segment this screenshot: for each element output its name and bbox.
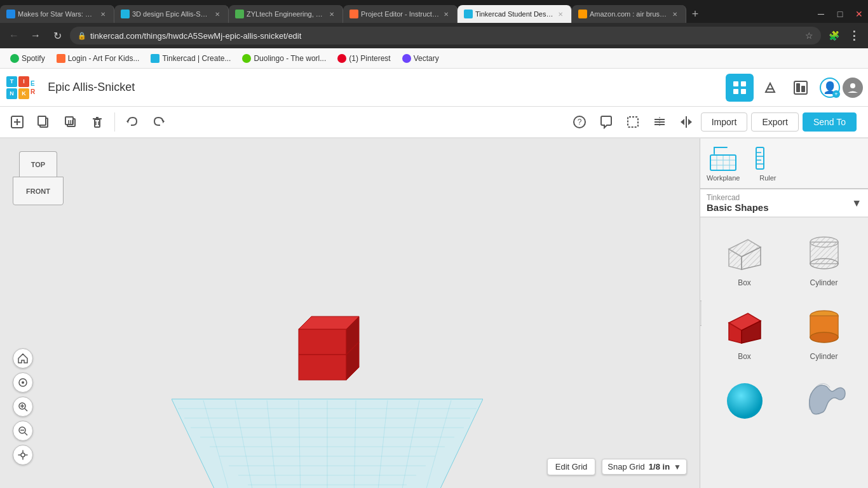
bookmark-tinkercad[interactable]: Tinkercad | Create...: [146, 52, 236, 65]
bookmark-duolingo[interactable]: Duolingo - The worl...: [237, 52, 331, 65]
fit-view-button[interactable]: [13, 372, 33, 393]
shapes-name-label: Basic Shapes: [707, 202, 851, 213]
close-button[interactable]: ✕: [850, 5, 868, 23]
bookmark-label-duolingo: Duolingo - The worl...: [254, 54, 326, 63]
mirror-button[interactable]: [674, 110, 698, 134]
shape-cylinder-orange-label: Cylinder: [810, 352, 837, 361]
tab-close-1[interactable]: ✕: [98, 10, 107, 18]
snap-grid-dropdown-icon[interactable]: ▼: [674, 463, 681, 471]
shape-cylinder-gray-label: Cylinder: [810, 278, 837, 287]
tab-close-6[interactable]: ✕: [670, 10, 679, 18]
redo-icon: [152, 115, 166, 129]
svg-rect-2: [733, 89, 738, 94]
back-button[interactable]: ←: [5, 27, 23, 44]
new-tab-button[interactable]: +: [686, 5, 704, 23]
viewport[interactable]: TOP FRONT: [0, 139, 700, 488]
add-user-button[interactable]: 👤 +: [820, 78, 840, 98]
zoom-in-icon: [17, 401, 29, 412]
home-view-button[interactable]: [13, 348, 33, 369]
tab-label-1: Makes for Star Wars: Cl...: [18, 10, 96, 18]
panel-collapse-button[interactable]: ›: [700, 301, 702, 326]
shape-box-red[interactable]: Box: [708, 299, 781, 366]
user-avatar[interactable]: [843, 78, 863, 98]
tab-favicon-3: [235, 10, 244, 18]
bookmark-favicon-vectary: [402, 54, 411, 63]
bookmark-star-icon[interactable]: ☆: [805, 30, 813, 41]
shapes-dropdown-arrow-icon[interactable]: ▼: [851, 198, 862, 209]
svg-rect-1: [741, 81, 746, 86]
zoom-out-button[interactable]: [13, 421, 33, 441]
build-view-button[interactable]: [756, 74, 784, 102]
selection-button[interactable]: [621, 110, 645, 134]
shape-sphere-blue-preview: [719, 377, 770, 422]
wavy-gray-svg: [802, 379, 846, 421]
comment-button[interactable]: [594, 110, 618, 134]
view-cube-top[interactable]: TOP: [19, 151, 57, 177]
shape-sphere-blue[interactable]: [708, 372, 781, 431]
edit-grid-button[interactable]: Edit Grid: [547, 458, 596, 475]
tab-label-5: Tinkercad Student Desig...: [475, 10, 553, 18]
tab-6[interactable]: Amazon.com : air brush... ✕: [572, 5, 686, 23]
simulation-button[interactable]: [787, 74, 815, 102]
bookmark-artforkids[interactable]: Login - Art For Kids...: [51, 52, 145, 65]
undo-button[interactable]: [120, 110, 144, 134]
view-help-button[interactable]: ?: [567, 110, 592, 134]
import-button[interactable]: Import: [701, 112, 748, 132]
toolbar-right: 👤 +: [726, 74, 863, 102]
view-cube-front[interactable]: FRONT: [13, 177, 64, 205]
shape-box-gray-preview: [719, 230, 770, 274]
bookmark-label-artforkids: Login - Art For Kids...: [68, 54, 140, 63]
switch-view-button[interactable]: [13, 445, 33, 465]
tab-3[interactable]: ZYLtech Engineering, LL... ✕: [229, 5, 343, 23]
grid-view-button[interactable]: [726, 74, 754, 102]
tab-close-2[interactable]: ✕: [213, 10, 222, 18]
bookmark-spotify[interactable]: Spotify: [5, 52, 50, 65]
workplane-tool[interactable]: Workplane: [707, 145, 740, 182]
zoom-in-button[interactable]: [13, 396, 33, 417]
copy-button[interactable]: [32, 110, 56, 134]
tab-1[interactable]: Makes for Star Wars: Cl... ✕: [0, 5, 114, 23]
shape-cylinder-gray[interactable]: Cylinder: [787, 225, 860, 292]
tab-5[interactable]: Tinkercad Student Desig... ✕: [458, 5, 572, 23]
tab-close-4[interactable]: ✕: [442, 10, 451, 18]
bookmark-vectary[interactable]: Vectary: [397, 52, 444, 65]
address-bar[interactable]: 🔒 tinkercad.com/things/hwdcA5SewMj-epic-…: [70, 27, 821, 44]
tab-close-5[interactable]: ✕: [556, 10, 565, 18]
tinkercad-logo[interactable]: T I N K E R: [0, 76, 41, 99]
forward-button[interactable]: →: [27, 27, 44, 44]
shape-box-gray[interactable]: Box: [708, 225, 781, 292]
shape-cylinder-orange-preview: [799, 304, 850, 348]
redo-button[interactable]: [147, 110, 171, 134]
user-add-container: 👤 +: [820, 78, 840, 98]
duplicate-button[interactable]: [58, 110, 83, 134]
minimize-button[interactable]: ─: [812, 5, 830, 23]
delete-button[interactable]: [85, 110, 109, 134]
svg-point-103: [727, 383, 763, 419]
view-cube[interactable]: TOP FRONT: [13, 151, 64, 215]
svg-rect-14: [38, 116, 46, 125]
svg-marker-4: [766, 83, 775, 92]
ruler-tool[interactable]: Ruler: [752, 145, 783, 182]
shape-cylinder-orange[interactable]: Cylinder: [787, 299, 860, 366]
refresh-button[interactable]: ↻: [48, 27, 66, 44]
align-button[interactable]: [648, 110, 672, 134]
tab-4[interactable]: Project Editor - Instructa... ✕: [343, 5, 458, 23]
extensions-button[interactable]: 🧩: [825, 27, 843, 44]
svg-rect-8: [801, 86, 805, 92]
new-shape-button[interactable]: [5, 110, 29, 134]
tab-label-6: Amazon.com : air brush...: [590, 10, 668, 18]
bookmark-pinterest[interactable]: (1) Pinterest: [332, 52, 395, 65]
send-to-button[interactable]: Send To: [803, 112, 857, 132]
menu-button[interactable]: ⋮: [845, 27, 863, 44]
zoom-out-icon: [17, 425, 29, 437]
svg-rect-7: [796, 83, 800, 92]
tab-2[interactable]: 3D design Epic Allis-Sni... ✕: [114, 5, 229, 23]
maximize-button[interactable]: □: [831, 5, 849, 23]
svg-rect-0: [733, 81, 738, 86]
secondary-toolbar: ?: [0, 107, 868, 139]
tab-close-3[interactable]: ✕: [327, 10, 336, 18]
shape-wavy-gray[interactable]: [787, 372, 860, 431]
shapes-dropdown[interactable]: Tinkercad Basic Shapes ▼: [700, 189, 868, 217]
3d-box-object[interactable]: [292, 291, 369, 393]
export-button[interactable]: Export: [751, 112, 798, 132]
